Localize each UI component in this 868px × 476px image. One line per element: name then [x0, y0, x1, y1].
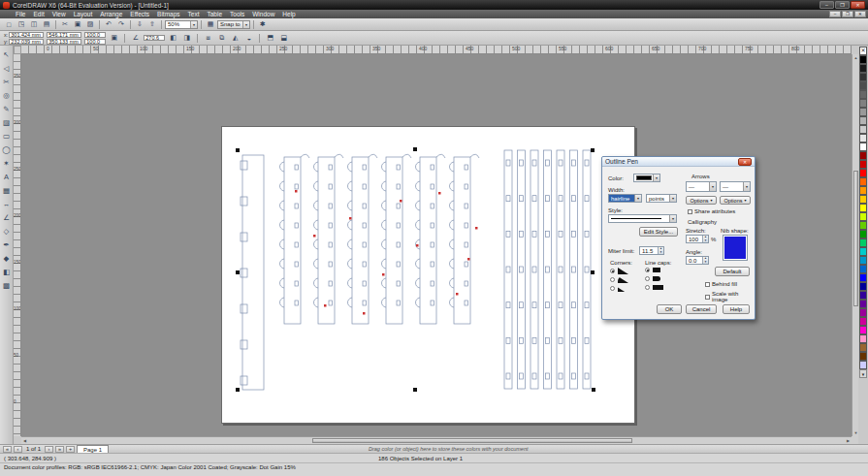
- node-mark[interactable]: [349, 217, 352, 220]
- menu-help[interactable]: Help: [278, 11, 299, 17]
- shape-comb-slot[interactable]: [465, 281, 468, 286]
- node-mark[interactable]: [324, 304, 327, 307]
- palette-scroll-down[interactable]: ▾: [859, 369, 867, 378]
- menu-effects[interactable]: Effects: [126, 11, 153, 17]
- shape-panel-slot[interactable]: [520, 231, 524, 237]
- color-swatch[interactable]: [859, 73, 867, 81]
- color-swatch[interactable]: [859, 195, 867, 204]
- shape-panel-slot[interactable]: [585, 231, 589, 237]
- shape-comb-slot[interactable]: [431, 184, 434, 189]
- options-icon[interactable]: ✱: [257, 19, 269, 30]
- shape-panel-slot[interactable]: [520, 267, 524, 272]
- shape-comb-tooth[interactable]: [382, 239, 387, 249]
- fill-tool[interactable]: ◧: [1, 265, 13, 278]
- shape-panel-slot[interactable]: [559, 160, 563, 166]
- shape-comb-tooth[interactable]: [280, 278, 285, 288]
- shape-comb-tooth[interactable]: [416, 181, 421, 191]
- default-button[interactable]: Default: [715, 267, 750, 276]
- shape-comb-hook[interactable]: [335, 154, 343, 158]
- shape-panel-slot[interactable]: [506, 196, 510, 202]
- shape-comb-slot[interactable]: [329, 184, 333, 189]
- shape-comb-tooth[interactable]: [450, 278, 455, 288]
- vertical-ruler[interactable]: 350300250200150100500: [14, 54, 21, 436]
- shape-comb-tooth[interactable]: [450, 298, 455, 307]
- shape-panel-slot[interactable]: [506, 267, 510, 272]
- shape-comb-tooth[interactable]: [450, 220, 455, 230]
- shape-comb-slot[interactable]: [329, 242, 333, 247]
- shape-panel-slot[interactable]: [532, 337, 536, 343]
- shape-panel-slot[interactable]: [585, 160, 589, 166]
- dialog-close-button[interactable]: ✕: [738, 158, 752, 166]
- spinner-arrows-icon[interactable]: ▲▼: [702, 257, 708, 264]
- mirror-vertical-icon[interactable]: ◨: [181, 33, 192, 44]
- color-swatch[interactable]: [859, 300, 867, 308]
- shape-comb-hook[interactable]: [436, 154, 445, 158]
- width-units-dropdown[interactable]: points ▾: [646, 194, 677, 203]
- ungroup-icon[interactable]: ⧉: [216, 33, 227, 44]
- color-swatch[interactable]: [859, 334, 867, 343]
- shape-panel-slot[interactable]: [559, 373, 563, 379]
- shape-panel-strip[interactable]: [570, 150, 578, 389]
- stretch-spinner[interactable]: 100 ▲▼: [686, 235, 709, 243]
- smart-fill-tool[interactable]: ▨: [1, 115, 13, 129]
- selection-handle[interactable]: [236, 270, 240, 274]
- shape-comb-tooth[interactable]: [348, 298, 353, 307]
- blend-tool[interactable]: ◇: [1, 224, 13, 238]
- shape-comb-slot[interactable]: [363, 262, 367, 267]
- shape-comb-tooth[interactable]: [450, 162, 455, 172]
- redo-icon[interactable]: ↷: [115, 19, 127, 30]
- shape-comb-tooth[interactable]: [348, 220, 353, 230]
- shape-panel-slot[interactable]: [546, 373, 550, 379]
- color-swatch[interactable]: [859, 134, 867, 143]
- menu-arrange[interactable]: Arrange: [96, 11, 126, 17]
- shape-comb-tooth[interactable]: [280, 298, 285, 307]
- shape-comb-tooth[interactable]: [416, 162, 421, 172]
- shape-comb-tooth[interactable]: [280, 162, 285, 172]
- print-icon[interactable]: ▤: [41, 19, 52, 30]
- color-swatch[interactable]: [859, 151, 867, 160]
- ok-button[interactable]: OK: [657, 304, 682, 314]
- width-value-dropdown[interactable]: hairline ▾: [608, 194, 642, 203]
- shape-comb-tooth[interactable]: [314, 220, 319, 230]
- shape-comb-slot[interactable]: [431, 204, 434, 208]
- style-dropdown[interactable]: ▾: [608, 214, 677, 223]
- shape-comb-tooth[interactable]: [450, 239, 455, 249]
- shape-comb-slot[interactable]: [329, 281, 333, 286]
- shape-comb-tooth[interactable]: [416, 298, 421, 307]
- shape-comb-strip[interactable]: [386, 157, 402, 324]
- color-swatch[interactable]: [859, 317, 867, 326]
- cut-icon[interactable]: ✂: [59, 19, 71, 30]
- shape-comb-slot[interactable]: [295, 262, 299, 267]
- shape-panel-slot[interactable]: [546, 302, 550, 308]
- shape-comb-slot[interactable]: [329, 262, 333, 267]
- shape-comb-tooth[interactable]: [348, 259, 353, 269]
- rectangle-tool[interactable]: ▭: [1, 129, 13, 143]
- node-mark[interactable]: [382, 273, 385, 276]
- shape-comb-slot[interactable]: [465, 165, 468, 170]
- menu-window[interactable]: Window: [248, 11, 278, 17]
- shape-panel-slot[interactable]: [572, 160, 576, 166]
- x-position-field[interactable]: 301.424 mm: [9, 32, 44, 38]
- outline-color-dropdown[interactable]: ▾: [633, 174, 660, 182]
- arrow-start-dropdown[interactable]: — ▾: [686, 181, 717, 192]
- shape-comb-tooth[interactable]: [450, 259, 455, 269]
- shape-comb-slot[interactable]: [397, 165, 401, 170]
- shape-comb-hook[interactable]: [369, 154, 377, 158]
- shape-panel-slot[interactable]: [546, 160, 550, 166]
- shape-panel-strip[interactable]: [530, 150, 538, 389]
- selection-handle[interactable]: [592, 388, 595, 392]
- color-swatch[interactable]: [859, 273, 867, 282]
- shape-comb-tooth[interactable]: [382, 220, 387, 230]
- shape-comb-slot[interactable]: [295, 242, 299, 247]
- restore-button[interactable]: ❐: [835, 1, 850, 9]
- selection-handle[interactable]: [413, 147, 417, 151]
- color-swatch[interactable]: [859, 204, 867, 212]
- color-swatch[interactable]: [859, 143, 867, 151]
- combine-icon[interactable]: ◭: [230, 33, 241, 44]
- shape-panel-slot[interactable]: [520, 160, 524, 166]
- scroll-left-icon[interactable]: ◀: [21, 437, 28, 444]
- arrow-end-dropdown[interactable]: — ▾: [720, 181, 751, 192]
- shape-panel-strip[interactable]: [518, 150, 526, 389]
- shape-comb-slot[interactable]: [465, 184, 468, 189]
- color-swatch[interactable]: [859, 361, 867, 369]
